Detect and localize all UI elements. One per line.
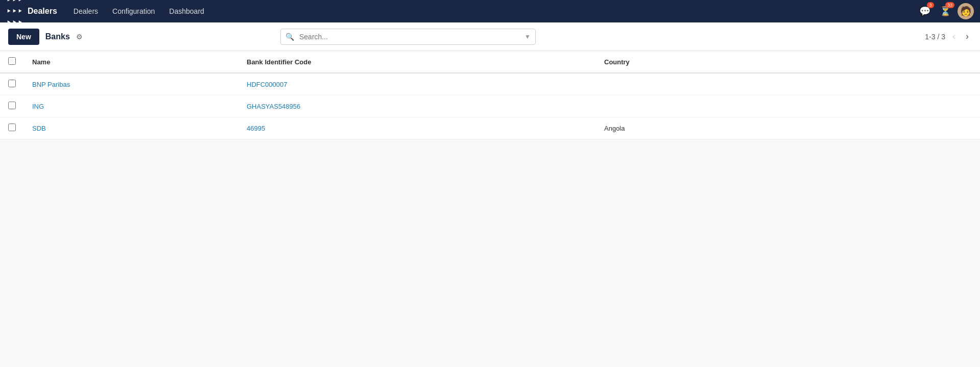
row-name-2: SDB: [24, 117, 238, 139]
brand-title: Dealers: [28, 7, 57, 16]
nav-dealers[interactable]: Dealers: [67, 3, 104, 19]
row-bic-link-0[interactable]: HDFC000007: [247, 81, 288, 88]
header-name[interactable]: Name: [24, 51, 238, 73]
row-country-0: [596, 73, 980, 95]
page-title: Banks: [45, 32, 70, 41]
row-name-link-0[interactable]: BNP Paribas: [32, 81, 70, 88]
banks-table-container: Name Bank Identifier Code Country BNP Pa…: [0, 51, 980, 139]
table-row: BNP Paribas HDFC000007: [0, 73, 980, 95]
row-checkbox-1[interactable]: [8, 102, 16, 109]
chat-icon-button[interactable]: 💬 3: [917, 3, 933, 19]
header-bic[interactable]: Bank Identifier Code: [238, 51, 596, 73]
select-all-checkbox[interactable]: [8, 57, 16, 65]
search-icon: 🔍: [285, 33, 294, 41]
row-checkbox-cell: [0, 117, 24, 139]
row-country-2: Angola: [596, 117, 980, 139]
search-container: 🔍 ▼: [280, 29, 536, 45]
nav-dashboard[interactable]: Dashboard: [163, 3, 210, 19]
row-name-link-2[interactable]: SDB: [32, 125, 46, 132]
row-country-1: [596, 95, 980, 117]
table-row: ING GHASYAS548956: [0, 95, 980, 117]
row-name-link-1[interactable]: ING: [32, 103, 44, 110]
header-checkbox-cell: [0, 51, 24, 73]
nav-right: 💬 3 ⏳ 33 🧑: [917, 3, 974, 19]
pagination: 1-3 / 3 ‹ ›: [925, 30, 972, 43]
row-bic-1: GHASYAS548956: [238, 95, 596, 117]
pagination-label: 1-3 / 3: [925, 33, 945, 41]
row-bic-2: 46995: [238, 117, 596, 139]
search-input[interactable]: [280, 29, 536, 45]
chat-badge: 3: [927, 2, 934, 8]
user-avatar[interactable]: 🧑: [958, 3, 974, 19]
header-country[interactable]: Country: [596, 51, 980, 73]
table-row: SDB 46995 Angola: [0, 117, 980, 139]
row-name-0: BNP Paribas: [24, 73, 238, 95]
row-checkbox-2[interactable]: [8, 124, 16, 131]
pagination-next-button[interactable]: ›: [963, 30, 972, 43]
new-button[interactable]: New: [8, 29, 39, 45]
clock-badge: 33: [945, 2, 954, 8]
row-checkbox-cell: [0, 95, 24, 117]
nav-configuration[interactable]: Configuration: [106, 3, 161, 19]
row-bic-0: HDFC000007: [238, 73, 596, 95]
table-header-row: Name Bank Identifier Code Country: [0, 51, 980, 73]
banks-table: Name Bank Identifier Code Country BNP Pa…: [0, 51, 980, 139]
search-dropdown-icon[interactable]: ▼: [524, 33, 531, 40]
row-bic-link-1[interactable]: GHASYAS548956: [247, 103, 300, 110]
clock-icon-button[interactable]: ⏳ 33: [937, 3, 953, 19]
row-checkbox-0[interactable]: [8, 80, 16, 87]
row-checkbox-cell: [0, 73, 24, 95]
grid-menu-icon[interactable]: ‣‣‣‣‣‣‣‣‣: [6, 3, 22, 19]
row-bic-link-2[interactable]: 46995: [247, 125, 265, 132]
sub-header: New Banks ⚙ 🔍 ▼ 1-3 / 3 ‹ ›: [0, 22, 980, 51]
settings-gear-icon[interactable]: ⚙: [76, 33, 83, 41]
row-name-1: ING: [24, 95, 238, 117]
pagination-prev-button[interactable]: ‹: [949, 30, 959, 43]
top-nav: ‣‣‣‣‣‣‣‣‣ Dealers Dealers Configuration …: [0, 0, 980, 22]
